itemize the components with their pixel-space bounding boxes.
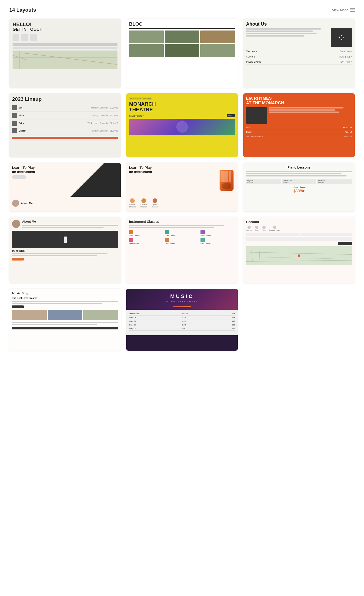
landing-icon-weekly: Weekly Classes [129,198,136,208]
svg-line-5 [22,53,117,65]
flexible-icon [141,198,146,203]
preview-featured-title: The Best Love Created [12,297,118,299]
blog-image-4 [129,44,164,57]
location-icon [30,34,37,41]
card-preview: BLOG [126,19,238,88]
preview-cta-button [12,175,26,179]
text-line [269,109,335,111]
text-line [246,30,313,32]
preview-blog-footer [12,322,118,325]
preview-about-title: About Us [246,22,352,27]
page-container: 14 Layouts View Mode Hello! GET IN TOUCH [9,7,355,351]
landing-icon-special: Special Classes [152,198,158,208]
preview-ticket-row: Grand Tickets ↗ more › [129,114,235,117]
svg-rect-18 [229,171,231,182]
class-flute: Flute Classes [129,238,163,245]
menu-item-venue: The VenueBook Now › [246,49,352,54]
layout-card-music-venue-about[interactable]: About Us ▶ The VenueBook Now › [243,19,355,88]
preview-hello: Hello! [13,22,117,27]
class-piano: Piano Classes [129,230,163,237]
layout-card-music-teacher-home[interactable]: Learn To Playan Instrument [9,163,121,211]
grid-icon [350,8,355,12]
event-row-divi: Divi Monday, December 12, 2023 [12,104,118,112]
lia-menu-item: DiviMarch 25 [246,126,352,130]
contact-email-icon: Email [255,226,259,231]
form-field [246,233,299,236]
form-field-email [246,238,352,241]
layout-card-music-venue-blog[interactable]: BLOG Music Venue Blog Page Layout [126,19,238,88]
blog-image-3 [200,30,235,43]
form-field [299,233,352,236]
preview-about-title: About Me [22,220,118,223]
preview-about-text: About Me [22,220,118,229]
preview-lia-content [246,107,352,124]
page-title: 14 Layouts [9,7,36,13]
layout-card-dj-music[interactable]: MUSIC DJ ENTERTAINMENT Track NameDuratio… [126,289,238,351]
page-header: 14 Layouts View Mode [9,7,355,13]
price-value: $30/hr [246,189,352,193]
card-preview: Contact Address Email Phone [243,217,355,283]
blog-thumb-3 [83,310,118,320]
view-mode-toggle[interactable]: View Mode [332,8,355,12]
text-line [12,253,108,254]
preview-tagline: MONARCH THEATRE [129,97,152,100]
layout-card-music-teacher-landing[interactable]: Learn To Playan Instrument [126,163,238,211]
class-violin: Violin Classes [201,230,235,237]
preview-icons-row [13,34,117,41]
event-thumb [12,113,17,118]
text-line [246,173,342,174]
dj-title-text: MUSIC [170,293,194,299]
phone-icon [13,34,19,41]
preview-landing-icons: Weekly Classes Flexible Classes Special … [129,198,158,208]
event-thumb [12,121,17,126]
landing-icon-flexible: Flexible Classes [140,198,147,208]
contact-map-svg [246,246,352,265]
cello-icon [165,238,169,242]
layout-card-music-teacher-contact[interactable]: Contact Address Email Phone [243,217,355,283]
preview-class-text [246,171,352,177]
layout-card-music-teacher-classes[interactable]: Instrument Classes Piano Classes Guitar … [126,217,238,283]
event-row-elegant: Elegant Sunday, December 31, 2023 [12,127,118,135]
preview-map [246,246,352,265]
text-line [12,301,118,302]
menu-item-concerts: ConcertsView group › [246,54,352,59]
layout-card-music-teacher-class[interactable]: Piano Lessons BeginnerClasses Intermedia… [243,163,355,211]
card-preview: Music Blog The Best Love Created [9,289,121,351]
instrument-shape [217,165,236,193]
layout-card-music-venue-landing[interactable]: LIA RHYMESAT THE MONARCH DiviMarch 25 Bl… [243,93,355,157]
layout-card-music-teacher-about[interactable]: About Me ▐▌ My Mission Music Teacher Abo… [9,217,121,283]
dj-table-section: Track NameDurationBPM Song 013:24128 Son… [126,310,238,335]
lia-actions: Pre-Order Tickets ↗ Contact Us [246,136,352,138]
beginner-card: BeginnerClasses [246,179,281,184]
svg-rect-17 [226,171,228,182]
preview-contact-icons: Address Email Phone Opening Hours [246,226,352,231]
text-line [246,171,352,172]
preview-lia-image [246,107,267,124]
layout-card-music-teacher-blog[interactable]: Music Blog The Best Love Created Music T… [9,289,121,351]
preview-class-title: Piano Lessons [246,165,352,169]
cello-icon-2 [201,238,205,242]
layout-card-music-venue-home[interactable]: MONARCH THEATRE MONARCHTHEATRE Grand Tic… [126,93,238,157]
preview-lia-title: LIA RHYMESAT THE MONARCH [246,96,352,105]
preview-classes-grid: Piano Classes Guitar Classes Violin Clas… [129,230,235,245]
preview-teacher-about-top: About Me [12,220,118,229]
preview-class-levels: BeginnerClasses IntermediateClasses Adva… [246,179,352,184]
card-preview: About Us ▶ The VenueBook Now › [243,19,355,88]
dj-subtitle-text: DJ ENTERTAINMENT [166,300,198,303]
preview-blog-images [129,30,235,57]
card-preview: Learn To Playan Instrument [9,163,121,211]
layout-card-music-venue-events[interactable]: 2023 Lineup Divi Monday, December 12, 20… [9,93,121,157]
blog-image-2 [165,30,199,43]
layout-card-music-venue-contact[interactable]: Hello! GET IN TOUCH [9,19,121,88]
card-preview: Hello! GET IN TOUCH [9,19,121,88]
text-line [12,322,118,323]
teacher-avatar [12,200,19,207]
blog-image-1 [129,30,164,43]
instrument-svg [217,165,236,193]
text-line [269,112,339,113]
preview-class-price: 1 Time Classes $30/hr [246,186,352,193]
text-line [246,35,304,37]
class-guitar: Guitar Classes [165,230,199,237]
preview-lia-menu: DiviMarch 25 BloomApril 12 [246,126,352,134]
dj-row-5: Song 045:01126 [129,327,235,331]
